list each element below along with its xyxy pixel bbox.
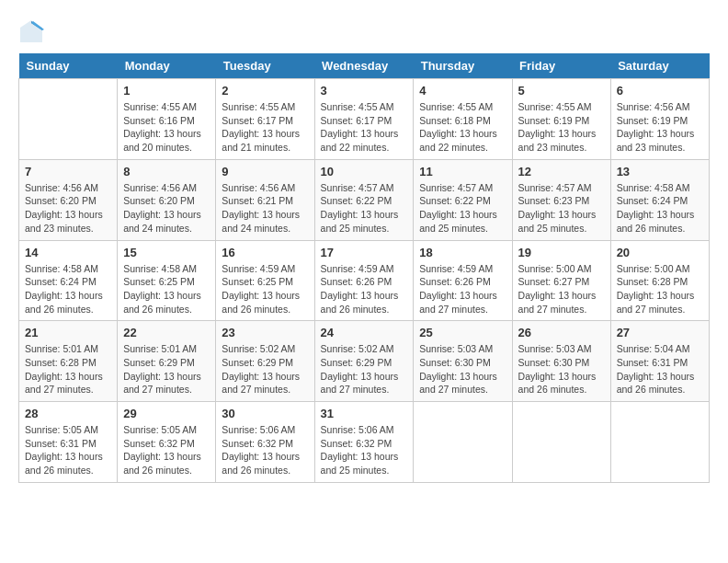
day-detail: Sunrise: 5:01 AM Sunset: 6:29 PM Dayligh… bbox=[123, 342, 210, 396]
day-number: 22 bbox=[123, 326, 210, 339]
page-header bbox=[18, 18, 710, 44]
day-number: 21 bbox=[25, 326, 111, 339]
day-number: 8 bbox=[123, 165, 210, 178]
calendar-cell: 24Sunrise: 5:02 AM Sunset: 6:29 PM Dayli… bbox=[314, 321, 414, 402]
calendar-cell: 7Sunrise: 4:56 AM Sunset: 6:20 PM Daylig… bbox=[19, 159, 118, 240]
day-detail: Sunrise: 5:01 AM Sunset: 6:28 PM Dayligh… bbox=[25, 342, 111, 396]
calendar-cell: 26Sunrise: 5:03 AM Sunset: 6:30 PM Dayli… bbox=[512, 321, 610, 402]
week-row-3: 14Sunrise: 4:58 AM Sunset: 6:24 PM Dayli… bbox=[19, 240, 710, 321]
calendar-header-row: SundayMondayTuesdayWednesdayThursdayFrid… bbox=[19, 53, 710, 79]
day-number: 31 bbox=[321, 407, 408, 420]
day-detail: Sunrise: 5:02 AM Sunset: 6:29 PM Dayligh… bbox=[222, 342, 308, 396]
day-detail: Sunrise: 5:03 AM Sunset: 6:30 PM Dayligh… bbox=[518, 342, 605, 396]
day-detail: Sunrise: 4:56 AM Sunset: 6:21 PM Dayligh… bbox=[222, 181, 308, 236]
calendar: SundayMondayTuesdayWednesdayThursdayFrid… bbox=[18, 53, 710, 483]
calendar-header-wednesday: Wednesday bbox=[314, 53, 414, 79]
calendar-cell: 14Sunrise: 4:58 AM Sunset: 6:24 PM Dayli… bbox=[19, 240, 118, 321]
calendar-cell: 30Sunrise: 5:06 AM Sunset: 6:32 PM Dayli… bbox=[216, 402, 314, 483]
day-detail: Sunrise: 5:00 AM Sunset: 6:28 PM Dayligh… bbox=[617, 262, 703, 316]
calendar-header-tuesday: Tuesday bbox=[216, 53, 314, 79]
calendar-header-monday: Monday bbox=[118, 53, 216, 79]
day-detail: Sunrise: 4:56 AM Sunset: 6:20 PM Dayligh… bbox=[123, 181, 210, 236]
calendar-cell: 12Sunrise: 4:57 AM Sunset: 6:23 PM Dayli… bbox=[512, 159, 610, 240]
day-number: 27 bbox=[617, 326, 703, 339]
day-detail: Sunrise: 5:00 AM Sunset: 6:27 PM Dayligh… bbox=[518, 262, 605, 316]
calendar-cell: 11Sunrise: 4:57 AM Sunset: 6:22 PM Dayli… bbox=[414, 159, 512, 240]
day-number: 15 bbox=[123, 246, 210, 259]
week-row-1: 1Sunrise: 4:55 AM Sunset: 6:16 PM Daylig… bbox=[19, 79, 710, 160]
calendar-cell: 2Sunrise: 4:55 AM Sunset: 6:17 PM Daylig… bbox=[216, 79, 314, 160]
calendar-cell: 21Sunrise: 5:01 AM Sunset: 6:28 PM Dayli… bbox=[19, 321, 118, 402]
day-detail: Sunrise: 5:06 AM Sunset: 6:32 PM Dayligh… bbox=[321, 423, 408, 477]
day-detail: Sunrise: 4:58 AM Sunset: 6:24 PM Dayligh… bbox=[25, 262, 111, 316]
calendar-cell: 6Sunrise: 4:56 AM Sunset: 6:19 PM Daylig… bbox=[610, 79, 709, 160]
day-detail: Sunrise: 4:57 AM Sunset: 6:22 PM Dayligh… bbox=[321, 181, 408, 236]
calendar-cell: 31Sunrise: 5:06 AM Sunset: 6:32 PM Dayli… bbox=[314, 402, 414, 483]
day-number: 25 bbox=[419, 326, 506, 339]
day-detail: Sunrise: 5:02 AM Sunset: 6:29 PM Dayligh… bbox=[321, 342, 408, 396]
day-number: 24 bbox=[321, 326, 408, 339]
calendar-header-thursday: Thursday bbox=[414, 53, 512, 79]
calendar-header-friday: Friday bbox=[512, 53, 610, 79]
calendar-cell: 1Sunrise: 4:55 AM Sunset: 6:16 PM Daylig… bbox=[118, 79, 216, 160]
day-number: 20 bbox=[617, 246, 703, 259]
day-detail: Sunrise: 4:55 AM Sunset: 6:16 PM Dayligh… bbox=[123, 100, 210, 155]
day-number: 23 bbox=[222, 326, 308, 339]
day-detail: Sunrise: 5:03 AM Sunset: 6:30 PM Dayligh… bbox=[419, 342, 506, 396]
day-number: 30 bbox=[222, 407, 308, 420]
calendar-cell: 27Sunrise: 5:04 AM Sunset: 6:31 PM Dayli… bbox=[610, 321, 709, 402]
day-number: 29 bbox=[123, 407, 210, 420]
day-number: 26 bbox=[518, 326, 605, 339]
day-detail: Sunrise: 4:57 AM Sunset: 6:22 PM Dayligh… bbox=[419, 181, 506, 236]
day-number: 4 bbox=[419, 84, 506, 98]
calendar-header-saturday: Saturday bbox=[610, 53, 709, 79]
calendar-cell: 10Sunrise: 4:57 AM Sunset: 6:22 PM Dayli… bbox=[314, 159, 414, 240]
day-detail: Sunrise: 5:06 AM Sunset: 6:32 PM Dayligh… bbox=[222, 423, 308, 477]
day-number: 11 bbox=[419, 165, 506, 178]
day-detail: Sunrise: 4:55 AM Sunset: 6:17 PM Dayligh… bbox=[222, 100, 308, 155]
day-number: 13 bbox=[617, 165, 703, 178]
day-detail: Sunrise: 5:04 AM Sunset: 6:31 PM Dayligh… bbox=[617, 342, 703, 396]
day-number: 5 bbox=[518, 84, 605, 98]
day-number: 1 bbox=[123, 84, 210, 98]
calendar-cell: 8Sunrise: 4:56 AM Sunset: 6:20 PM Daylig… bbox=[118, 159, 216, 240]
calendar-cell: 22Sunrise: 5:01 AM Sunset: 6:29 PM Dayli… bbox=[118, 321, 216, 402]
svg-marker-0 bbox=[20, 20, 42, 42]
calendar-cell: 19Sunrise: 5:00 AM Sunset: 6:27 PM Dayli… bbox=[512, 240, 610, 321]
calendar-cell: 13Sunrise: 4:58 AM Sunset: 6:24 PM Dayli… bbox=[610, 159, 709, 240]
calendar-cell: 17Sunrise: 4:59 AM Sunset: 6:26 PM Dayli… bbox=[314, 240, 414, 321]
calendar-cell bbox=[19, 79, 118, 160]
day-number: 2 bbox=[222, 84, 308, 98]
day-detail: Sunrise: 4:59 AM Sunset: 6:26 PM Dayligh… bbox=[321, 262, 408, 316]
logo bbox=[18, 18, 48, 44]
calendar-body: 1Sunrise: 4:55 AM Sunset: 6:16 PM Daylig… bbox=[19, 79, 710, 483]
day-number: 14 bbox=[25, 246, 111, 259]
day-detail: Sunrise: 4:55 AM Sunset: 6:17 PM Dayligh… bbox=[321, 100, 408, 155]
day-number: 16 bbox=[222, 246, 308, 259]
day-detail: Sunrise: 4:56 AM Sunset: 6:20 PM Dayligh… bbox=[25, 181, 111, 236]
day-number: 9 bbox=[222, 165, 308, 178]
day-number: 19 bbox=[518, 246, 605, 259]
calendar-cell: 9Sunrise: 4:56 AM Sunset: 6:21 PM Daylig… bbox=[216, 159, 314, 240]
calendar-cell: 16Sunrise: 4:59 AM Sunset: 6:25 PM Dayli… bbox=[216, 240, 314, 321]
day-number: 7 bbox=[25, 165, 111, 178]
calendar-cell bbox=[610, 402, 709, 483]
day-number: 10 bbox=[321, 165, 408, 178]
day-number: 12 bbox=[518, 165, 605, 178]
calendar-cell: 20Sunrise: 5:00 AM Sunset: 6:28 PM Dayli… bbox=[610, 240, 709, 321]
day-number: 18 bbox=[419, 246, 506, 259]
calendar-cell: 3Sunrise: 4:55 AM Sunset: 6:17 PM Daylig… bbox=[314, 79, 414, 160]
calendar-cell bbox=[414, 402, 512, 483]
day-detail: Sunrise: 4:58 AM Sunset: 6:25 PM Dayligh… bbox=[123, 262, 210, 316]
day-detail: Sunrise: 4:58 AM Sunset: 6:24 PM Dayligh… bbox=[617, 181, 703, 236]
calendar-cell: 4Sunrise: 4:55 AM Sunset: 6:18 PM Daylig… bbox=[414, 79, 512, 160]
day-number: 28 bbox=[25, 407, 111, 420]
week-row-4: 21Sunrise: 5:01 AM Sunset: 6:28 PM Dayli… bbox=[19, 321, 710, 402]
calendar-cell: 5Sunrise: 4:55 AM Sunset: 6:19 PM Daylig… bbox=[512, 79, 610, 160]
calendar-cell: 29Sunrise: 5:05 AM Sunset: 6:32 PM Dayli… bbox=[118, 402, 216, 483]
calendar-cell: 28Sunrise: 5:05 AM Sunset: 6:31 PM Dayli… bbox=[19, 402, 118, 483]
calendar-header-sunday: Sunday bbox=[19, 53, 118, 79]
day-detail: Sunrise: 4:59 AM Sunset: 6:26 PM Dayligh… bbox=[419, 262, 506, 316]
week-row-2: 7Sunrise: 4:56 AM Sunset: 6:20 PM Daylig… bbox=[19, 159, 710, 240]
logo-icon bbox=[18, 18, 44, 44]
